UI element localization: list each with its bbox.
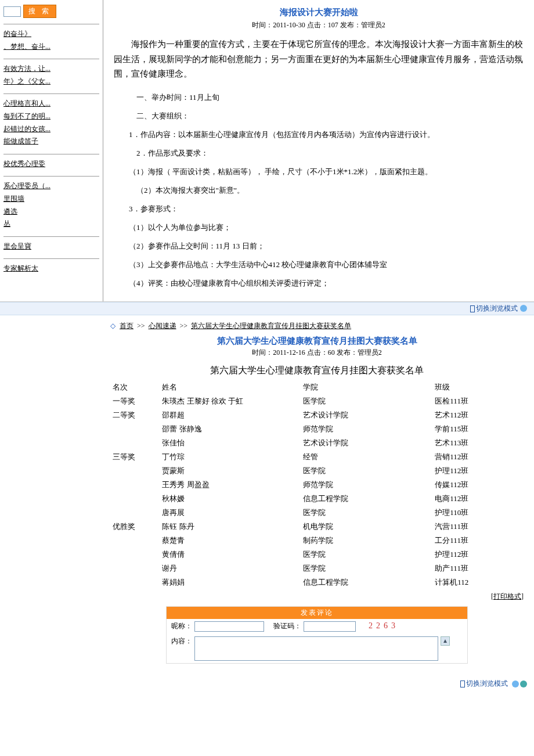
- article-title: 海报设计大赛开始啦: [114, 7, 524, 18]
- content-label: 内容：: [171, 636, 192, 646]
- table-row: 一等奖朱瑛杰 王黎好 徐欢 于虹医学院医检111班: [110, 394, 524, 408]
- article2-meta: 时间：2011-12-16 点击：60 发布：管理员2: [110, 348, 524, 358]
- nick-label: 昵称：: [171, 621, 192, 631]
- para: （2）本次海报大赛突出"新意"。: [114, 183, 524, 198]
- para: （3）上交参赛作品地点：大学生活动中心412 校心理健康教育中心团体辅导室: [114, 257, 524, 272]
- para: 2．作品形式及要求：: [114, 146, 524, 161]
- side-link[interactable]: 有效方法，让...: [3, 63, 99, 75]
- sidebar: 搜 索 的奋斗》 、梦想、奋斗... 有效方法，让... 年》之《父女... 心…: [0, 0, 103, 301]
- table-row: 张佳怡艺术设计学院艺术113班: [110, 436, 524, 450]
- side-link[interactable]: 丛: [3, 218, 99, 231]
- globe-icon: [520, 681, 527, 687]
- para: 一、举办时间：11月上旬: [114, 90, 524, 105]
- table-row: 蒋娟娟信息工程学院计算机112: [110, 575, 524, 589]
- table-row: 优胜奖陈钰 陈丹机电学院汽营111班: [110, 520, 524, 534]
- table-row: 邵蕾 张静逸师范学院学前115班: [110, 422, 524, 436]
- content-textarea[interactable]: [194, 636, 438, 661]
- crumb-cat[interactable]: 心闻速递: [149, 322, 176, 330]
- globe-icon: [512, 681, 519, 687]
- side-link[interactable]: 里会呈寶: [3, 240, 99, 253]
- breadcrumb: ◇ 首页 >> 心闻速递 >> 第六届大学生心理健康教育宣传月挂图大赛获奖名单: [110, 321, 524, 331]
- side-link[interactable]: 起错过的女孩...: [3, 123, 99, 136]
- side-link[interactable]: 心理格言和人...: [3, 98, 99, 110]
- article-meta: 时间：2011-10-30 点击：107 发布：管理员2: [114, 20, 524, 30]
- side-link[interactable]: 系心理委员（...: [3, 180, 99, 193]
- table-row: 蔡楚青制药学院工分111班: [110, 534, 524, 548]
- table-row: 谢丹医学院助产111班: [110, 561, 524, 575]
- para: （1）海报（ 平面设计类，粘贴画等）， 手绘，尺寸（不小于1米*1.2米），版面…: [114, 164, 524, 179]
- second-article: ◇ 首页 >> 心闻速递 >> 第六届大学生心理健康教育宣传月挂图大赛获奖名单 …: [0, 315, 534, 672]
- search-button[interactable]: 搜 索: [23, 5, 56, 18]
- page-icon: [460, 681, 465, 687]
- footer-switch-bar[interactable]: 切换浏览模式: [0, 678, 534, 690]
- side-link[interactable]: 年》之《父女...: [3, 75, 99, 88]
- article2-heading: 第六届大学生心理健康教育宣传月挂图大赛获奖名单: [110, 365, 524, 377]
- nick-input[interactable]: [194, 621, 264, 632]
- side-link[interactable]: 里围墙: [3, 193, 99, 206]
- para: 3．参赛形式：: [114, 201, 524, 217]
- side-link[interactable]: 遴选: [3, 206, 99, 218]
- para: 1．作品内容：以本届新生心理健康宣传月（包括宣传月内各项活动）为宣传内容进行设计…: [114, 127, 524, 142]
- captcha-input[interactable]: [304, 621, 356, 632]
- print-format-link[interactable]: [打印格式]: [491, 592, 524, 600]
- switch-view-bar[interactable]: 切换浏览模式: [0, 302, 534, 315]
- para: （2）参赛作品上交时间：11月 13 日前；: [114, 239, 524, 254]
- winner-table: 名次 姓名 学院 班级 一等奖朱瑛杰 王黎好 徐欢 于虹医学院医检111班二等奖…: [110, 380, 524, 589]
- table-row: 名次 姓名 学院 班级: [110, 380, 524, 394]
- para: （1）以个人为单位参与比赛；: [114, 220, 524, 235]
- comment-box: 发表评论 昵称： 验证码： 2263 内容： ▴: [166, 606, 468, 664]
- table-row: 黄倩倩医学院护理112班: [110, 548, 524, 561]
- arrow-icon: ◇: [110, 322, 116, 330]
- scroll-up-icon[interactable]: ▴: [441, 636, 450, 646]
- table-row: 贾蒙斯医学院护理112班: [110, 464, 524, 478]
- captcha-label: 验证码：: [273, 621, 301, 631]
- intro-text: 海报作为一种重要的宣传方式，主要在于体现它所宣传的理念。本次海报设计大赛一方面丰…: [114, 37, 524, 82]
- side-link[interactable]: 每到不了的明...: [3, 110, 99, 123]
- table-row: 三等奖丁竹琮经管营销112班: [110, 450, 524, 464]
- article2-title: 第六届大学生心理健康教育宣传月挂图大赛获奖名单: [110, 336, 524, 347]
- table-row: 秋林嫒信息工程学院电商112班: [110, 492, 524, 506]
- table-row: 二等奖邵群超艺术设计学院艺术112班: [110, 408, 524, 422]
- side-link[interactable]: 能做成笛子: [3, 135, 99, 148]
- table-row: 王秀秀 周盈盈师范学院传媒112班: [110, 478, 524, 492]
- search-input[interactable]: [3, 6, 21, 17]
- para: （4）评奖：由校心理健康教育中心组织相关评委进行评定；: [114, 276, 524, 291]
- side-link[interactable]: 校优秀心理委: [3, 158, 99, 171]
- comment-header: 发表评论: [167, 607, 467, 619]
- side-link[interactable]: 的奋斗》: [3, 28, 99, 41]
- captcha-value: 2263: [369, 621, 399, 631]
- crumb-home[interactable]: 首页: [120, 322, 134, 330]
- para: 二、大赛组织：: [114, 109, 524, 124]
- page-icon: [470, 305, 475, 312]
- article-main: 海报设计大赛开始啦 时间：2011-10-30 点击：107 发布：管理员2 海…: [103, 0, 534, 301]
- side-link[interactable]: 、梦想、奋斗...: [3, 41, 99, 53]
- crumb-title[interactable]: 第六届大学生心理健康教育宣传月挂图大赛获奖名单: [191, 322, 351, 330]
- table-row: 唐再展医学院护理110班: [110, 506, 524, 520]
- side-link[interactable]: 专家解析太: [3, 262, 99, 275]
- globe-icon: [520, 305, 527, 312]
